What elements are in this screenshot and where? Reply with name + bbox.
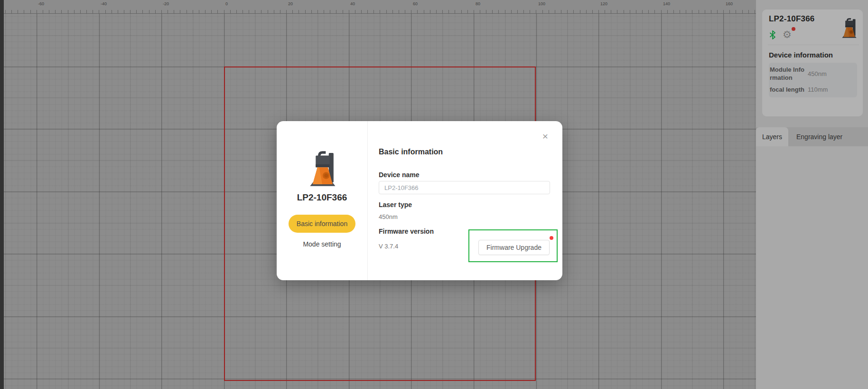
- laser-type-value: 450nm: [379, 213, 398, 220]
- device-name-label: Device name: [379, 171, 420, 179]
- firmware-version-value: V 3.7.4: [379, 243, 398, 250]
- modal-device-name: LP2-10F366: [277, 192, 367, 203]
- modal-title: Basic information: [379, 148, 443, 156]
- device-name-input[interactable]: [379, 181, 550, 194]
- close-icon[interactable]: ×: [540, 131, 551, 142]
- device-image: [304, 148, 340, 190]
- mode-setting-nav-button[interactable]: Mode setting: [277, 240, 367, 248]
- modal-divider: [367, 121, 368, 280]
- notification-dot: [550, 236, 553, 240]
- firmware-upgrade-button[interactable]: Firmware Upgrade: [478, 240, 550, 255]
- device-settings-modal: × LP2-10F366 Basic information Mode sett…: [277, 121, 562, 280]
- firmware-version-label: Firmware version: [379, 228, 434, 235]
- firmware-upgrade-highlight: Firmware Upgrade: [468, 229, 558, 262]
- basic-information-nav-button[interactable]: Basic information: [289, 215, 355, 233]
- modal-nav-panel: LP2-10F366 Basic information Mode settin…: [277, 121, 367, 280]
- laser-type-label: Laser type: [379, 201, 412, 209]
